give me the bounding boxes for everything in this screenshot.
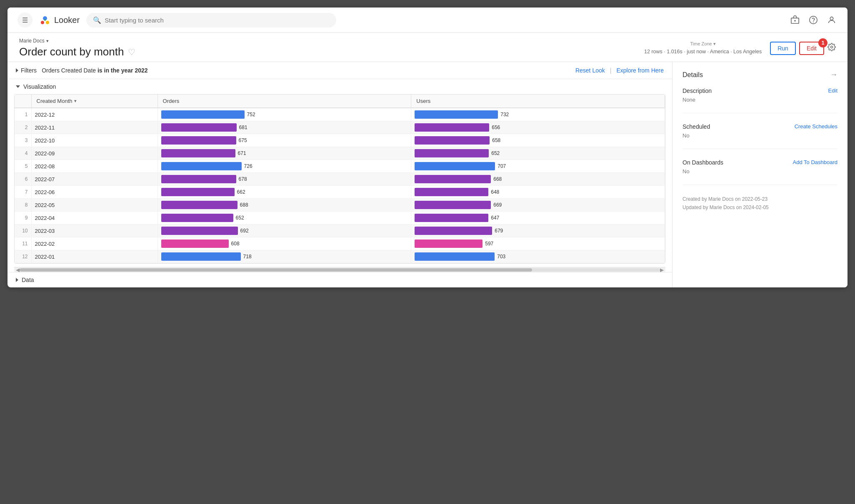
search-bar[interactable]: 🔍 bbox=[86, 13, 336, 27]
row-orders: 652 bbox=[158, 212, 411, 225]
table-row: 6 2022-07 678 668 bbox=[15, 173, 665, 186]
table-row: 9 2022-04 652 647 bbox=[15, 212, 665, 225]
timezone-label[interactable]: Time Zone ▾ bbox=[644, 40, 762, 48]
col-header-month[interactable]: Created Month ▾ bbox=[31, 95, 158, 108]
row-month: 2022-06 bbox=[31, 186, 158, 199]
filter-condition: Orders Created Date is in the year 2022 bbox=[42, 67, 148, 74]
visualization-section: Visualization Created Month ▾ bbox=[8, 79, 672, 272]
description-section: Description Edit None bbox=[682, 87, 838, 113]
row-month: 2022-10 bbox=[31, 134, 158, 147]
row-month: 2022-12 bbox=[31, 108, 158, 121]
viz-label: Visualization bbox=[23, 83, 56, 90]
scheduled-section: Scheduled Create Schedules No bbox=[682, 123, 838, 149]
search-input[interactable] bbox=[105, 17, 330, 24]
header-actions bbox=[789, 14, 838, 26]
row-number: 11 bbox=[15, 237, 31, 250]
row-number: 3 bbox=[15, 134, 31, 147]
row-number: 10 bbox=[15, 225, 31, 237]
filters-toggle[interactable]: Filters bbox=[16, 67, 37, 74]
breadcrumb-arrow-icon: ▾ bbox=[46, 38, 49, 44]
account-icon[interactable] bbox=[826, 14, 838, 26]
row-month: 2022-07 bbox=[31, 173, 158, 186]
dashboards-value: No bbox=[682, 168, 838, 175]
visualization-toggle[interactable]: Visualization bbox=[8, 79, 672, 94]
run-button[interactable]: Run bbox=[770, 42, 796, 55]
hamburger-button[interactable]: ☰ bbox=[18, 12, 32, 27]
table-row: 5 2022-08 726 707 bbox=[15, 160, 665, 173]
scroll-right-icon[interactable]: ▶ bbox=[660, 267, 664, 273]
svg-point-1 bbox=[41, 21, 44, 24]
create-schedules-link[interactable]: Create Schedules bbox=[795, 123, 838, 130]
row-users: 703 bbox=[411, 250, 665, 263]
store-icon[interactable] bbox=[789, 14, 801, 26]
row-number: 12 bbox=[15, 250, 31, 263]
looker-logo-icon bbox=[39, 14, 51, 26]
details-title: Details bbox=[682, 71, 703, 79]
title-actions: Run Edit 1 bbox=[770, 42, 836, 55]
data-expand-icon bbox=[16, 278, 18, 282]
favorite-icon[interactable]: ♡ bbox=[128, 47, 135, 57]
row-month: 2022-09 bbox=[31, 147, 158, 160]
scheduled-value: No bbox=[682, 132, 838, 139]
row-orders: 678 bbox=[158, 173, 411, 186]
row-month: 2022-08 bbox=[31, 160, 158, 173]
scroll-track bbox=[20, 268, 660, 272]
dashboards-label: On Dashboards bbox=[682, 159, 723, 166]
table-row: 4 2022-09 671 652 bbox=[15, 147, 665, 160]
table-row: 3 2022-10 675 658 bbox=[15, 134, 665, 147]
col-header-users[interactable]: Users bbox=[411, 95, 665, 108]
row-orders: 688 bbox=[158, 199, 411, 212]
svg-point-9 bbox=[830, 17, 833, 20]
scroll-left-icon[interactable]: ◀ bbox=[16, 267, 20, 273]
filters-label: Filters bbox=[21, 67, 37, 74]
row-users: 652 bbox=[411, 147, 665, 160]
row-users: 597 bbox=[411, 237, 665, 250]
details-header: Details → bbox=[682, 70, 838, 79]
row-number: 1 bbox=[15, 108, 31, 121]
table-row: 11 2022-02 608 597 bbox=[15, 237, 665, 250]
horizontal-scrollbar[interactable]: ◀ ▶ bbox=[14, 267, 665, 272]
scroll-thumb bbox=[20, 268, 532, 272]
edit-button[interactable]: Edit 1 bbox=[799, 42, 824, 55]
svg-point-7 bbox=[810, 16, 817, 24]
table-row: 12 2022-01 718 703 bbox=[15, 250, 665, 263]
help-icon[interactable] bbox=[808, 14, 819, 26]
row-users: 648 bbox=[411, 186, 665, 199]
breadcrumb[interactable]: Marie Docs ▾ bbox=[19, 38, 644, 44]
row-number: 7 bbox=[15, 186, 31, 199]
svg-point-10 bbox=[831, 46, 833, 48]
data-table-wrapper: Created Month ▾ Orders Users bbox=[14, 94, 665, 264]
filters-expand-icon bbox=[16, 68, 18, 72]
title-bar: Marie Docs ▾ Order count by month ♡ Time… bbox=[8, 33, 848, 62]
logo-text: Looker bbox=[54, 15, 80, 25]
row-month: 2022-02 bbox=[31, 237, 158, 250]
details-navigate-icon[interactable]: → bbox=[830, 70, 838, 79]
row-number: 2 bbox=[15, 121, 31, 134]
row-users: 732 bbox=[411, 108, 665, 121]
row-orders: 681 bbox=[158, 121, 411, 134]
row-orders: 752 bbox=[158, 108, 411, 121]
reset-look-link[interactable]: Reset Look bbox=[575, 67, 605, 74]
add-to-dashboard-link[interactable]: Add To Dashboard bbox=[793, 159, 838, 165]
table-row: 1 2022-12 752 732 bbox=[15, 108, 665, 121]
row-orders: 692 bbox=[158, 225, 411, 237]
row-month: 2022-04 bbox=[31, 212, 158, 225]
col-header-orders[interactable]: Orders bbox=[158, 95, 411, 108]
row-month: 2022-03 bbox=[31, 225, 158, 237]
row-number: 6 bbox=[15, 173, 31, 186]
logo: Looker bbox=[39, 14, 80, 26]
row-users: 668 bbox=[411, 173, 665, 186]
explore-from-here-link[interactable]: Explore from Here bbox=[616, 67, 664, 74]
row-users: 679 bbox=[411, 225, 665, 237]
row-number: 8 bbox=[15, 199, 31, 212]
description-label: Description bbox=[682, 87, 712, 94]
page-title: Order count by month ♡ bbox=[19, 45, 644, 58]
row-month: 2022-01 bbox=[31, 250, 158, 263]
settings-icon[interactable] bbox=[828, 43, 836, 53]
data-label: Data bbox=[22, 277, 34, 283]
row-orders: 726 bbox=[158, 160, 411, 173]
hamburger-icon: ☰ bbox=[22, 16, 28, 24]
row-orders: 675 bbox=[158, 134, 411, 147]
data-toggle[interactable]: Data bbox=[16, 277, 664, 283]
description-edit-link[interactable]: Edit bbox=[828, 87, 838, 94]
